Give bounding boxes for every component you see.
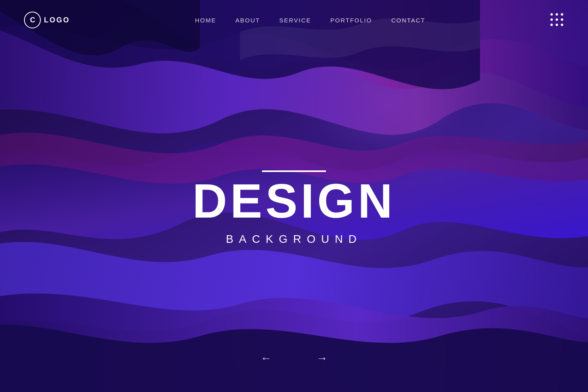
nav-item-service[interactable]: SERVICE <box>279 17 311 24</box>
dots-menu-icon[interactable] <box>550 13 564 27</box>
arrow-navigation: ← → <box>254 349 334 368</box>
hero-decorative-line <box>262 170 326 172</box>
hero-title: DESIGN <box>192 177 396 225</box>
nav-item-contact[interactable]: CONTACT <box>391 17 425 24</box>
hero-content: DESIGN BACKGROUND <box>192 170 396 246</box>
nav-item-portfolio[interactable]: PORTFOLIO <box>330 17 372 24</box>
next-arrow-button[interactable]: → <box>310 349 334 368</box>
logo-circle: C <box>24 12 41 28</box>
prev-arrow-button[interactable]: ← <box>254 349 278 368</box>
hero-subtitle: BACKGROUND <box>192 233 396 246</box>
nav-item-home[interactable]: HOME <box>195 17 216 24</box>
logo-symbol: C <box>30 16 35 24</box>
header: C LOGO HOME ABOUT SERVICE PORTFOLIO CONT… <box>0 0 588 40</box>
nav-item-about[interactable]: ABOUT <box>235 17 260 24</box>
logo[interactable]: C LOGO <box>24 12 70 28</box>
page-wrapper: C LOGO HOME ABOUT SERVICE PORTFOLIO CONT… <box>0 0 588 392</box>
logo-text: LOGO <box>44 16 70 24</box>
navigation: HOME ABOUT SERVICE PORTFOLIO CONTACT <box>195 17 425 24</box>
